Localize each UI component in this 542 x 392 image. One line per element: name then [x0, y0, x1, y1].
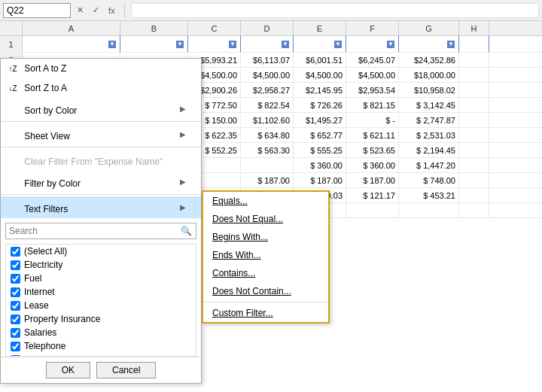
menu-separator-1	[1, 121, 201, 122]
clear-filter-item[interactable]: Clear Filter From "Expense Name"	[1, 149, 201, 171]
col-header-h[interactable]: H	[459, 21, 489, 35]
checkbox-item-salaries[interactable]: Salaries	[6, 326, 196, 339]
filter-buttons: OK Cancel	[1, 357, 201, 383]
submenu-arrow-sort-color: ▶	[180, 105, 186, 113]
sheet-view-item[interactable]: Sheet View ▶	[1, 123, 201, 145]
header-cell-q3[interactable]: Q3 ▼	[294, 36, 346, 52]
filter-btn-expense-name[interactable]: ▼	[108, 40, 117, 49]
filter-btn-q4[interactable]: ▼	[386, 40, 395, 49]
checkbox-telephone[interactable]	[11, 342, 20, 351]
spreadsheet: A B C D E F G H 1 Expense Name ▼ Categor…	[0, 21, 542, 392]
menu-separator-3	[1, 194, 201, 195]
text-filters-submenu: Equals... Does Not Equal... Begins With.…	[202, 190, 330, 324]
col-header-b[interactable]: B	[120, 21, 188, 35]
formula-input[interactable]	[131, 3, 539, 18]
checkbox-item-lease[interactable]: Lease	[6, 299, 196, 312]
row-num-1: 1	[0, 36, 23, 52]
col-header-f[interactable]: F	[346, 21, 399, 35]
header-cell-expense-name[interactable]: Expense Name ▼	[23, 36, 120, 52]
text-filter-begins-with[interactable]: Begins With...	[203, 228, 328, 246]
filter-ok-button[interactable]: OK	[46, 362, 90, 378]
function-icon[interactable]: fx	[105, 6, 118, 15]
filter-cancel-button[interactable]: Cancel	[96, 362, 156, 378]
header-cell-q4[interactable]: Q4 ▼	[346, 36, 399, 52]
checkbox-item-internet[interactable]: Internet	[6, 285, 196, 299]
sort-za-icon: ↓Z	[7, 82, 19, 94]
sort-color-icon	[7, 102, 19, 114]
sort-filter-menu: ↑Z Sort A to Z ↓Z Sort Z to A Sort by Co…	[0, 58, 202, 384]
menu-separator-2	[1, 147, 201, 147]
filter-by-color-item[interactable]: Filter by Color ▶	[1, 171, 201, 193]
sort-az-icon: ↑Z	[7, 62, 19, 74]
checkbox-property-insurance[interactable]	[11, 315, 20, 324]
confirm-formula-icon[interactable]: ✓	[90, 5, 102, 15]
submenu-arrow-filter-color: ▶	[180, 178, 186, 186]
sort-a-to-z-item[interactable]: ↑Z Sort A to Z	[1, 59, 201, 78]
submenu-arrow-sheet-view: ▶	[180, 130, 186, 138]
cancel-formula-icon[interactable]: ✕	[74, 5, 87, 15]
filter-btn-total-cost[interactable]: ▼	[446, 40, 455, 49]
filter-btn-q3[interactable]: ▼	[333, 40, 343, 49]
header-cell-category[interactable]: Category ▼	[120, 36, 188, 52]
col-header-e[interactable]: E	[294, 21, 346, 35]
checkbox-item-select-all[interactable]: (Select All)	[6, 245, 196, 258]
checkbox-item-telephone[interactable]: Telephone	[6, 339, 196, 353]
text-filter-ends-with[interactable]: Ends With...	[203, 246, 328, 264]
header-cell-q1[interactable]: Q1 ▼	[188, 36, 241, 52]
sort-z-to-a-item[interactable]: ↓Z Sort Z to A	[1, 78, 201, 98]
text-filter-does-not-contain[interactable]: Does Not Contain...	[203, 282, 328, 300]
checkbox-item-electricity[interactable]: Electricity	[6, 258, 196, 272]
col-header-d[interactable]: D	[241, 21, 294, 35]
checkbox-salaries[interactable]	[11, 328, 20, 338]
column-headers: A B C D E F G H	[0, 21, 542, 36]
filter-btn-category[interactable]: ▼	[175, 40, 184, 49]
search-icon: 🔍	[177, 223, 196, 239]
filter-btn-q2[interactable]: ▼	[281, 40, 290, 49]
checkbox-internet[interactable]	[11, 287, 20, 297]
text-filter-separator	[203, 302, 328, 302]
submenu-arrow-text-filters: ▶	[180, 203, 186, 211]
row-num-header	[0, 21, 23, 35]
text-filter-equals[interactable]: Equals...	[203, 192, 328, 210]
checkbox-item-fuel[interactable]: Fuel	[6, 272, 196, 285]
text-filter-custom[interactable]: Custom Filter...	[203, 304, 328, 322]
col-header-g[interactable]: G	[399, 21, 459, 35]
header-cell-total-cost[interactable]: Total Cost ▼	[399, 36, 459, 52]
header-cell-q2[interactable]: Q2 ▼	[241, 36, 294, 52]
text-filter-contains[interactable]: Contains...	[203, 264, 328, 282]
formula-bar: ✕ ✓ fx	[0, 0, 542, 21]
filter-search-input[interactable]	[6, 223, 177, 239]
name-box[interactable]	[3, 3, 71, 18]
checkbox-list: (Select All) Electricity Fuel Internet L…	[5, 244, 196, 357]
header-cell-h	[459, 36, 489, 52]
header-row: 1 Expense Name ▼ Category ▼ Q1 ▼ Q2 ▼ Q3…	[0, 36, 542, 53]
filter-btn-q1[interactable]: ▼	[228, 40, 237, 49]
text-filters-item[interactable]: Text Filters ▶	[1, 196, 201, 218]
checkbox-item-property-insurance[interactable]: Property Insurance	[6, 312, 196, 326]
sort-by-color-item[interactable]: Sort by Color ▶	[1, 98, 201, 120]
col-header-c[interactable]: C	[188, 21, 241, 35]
text-filter-does-not-equal[interactable]: Does Not Equal...	[203, 210, 328, 228]
filter-search-box: 🔍	[5, 223, 196, 239]
checkbox-fuel[interactable]	[11, 274, 20, 284]
formula-divider	[124, 3, 125, 18]
checkbox-lease[interactable]	[11, 301, 20, 311]
checkbox-select-all[interactable]	[11, 247, 20, 257]
checkbox-electricity[interactable]	[11, 260, 20, 270]
col-header-a[interactable]: A	[23, 21, 120, 35]
